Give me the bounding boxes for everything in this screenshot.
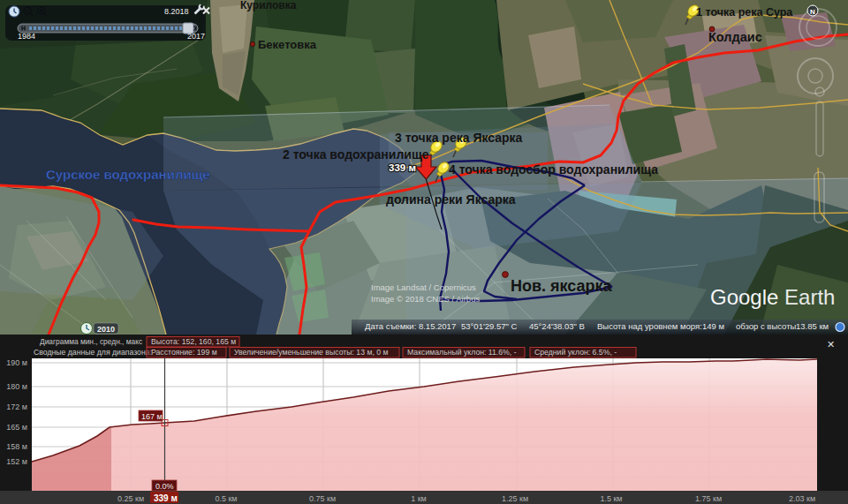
svg-text:3 точка река Яксарка: 3 точка река Яксарка bbox=[395, 131, 523, 145]
svg-text:Сурское водохранилище: Сурское водохранилище bbox=[46, 167, 210, 182]
svg-text:8.2018: 8.2018 bbox=[164, 7, 189, 16]
svg-text:1 км: 1 км bbox=[411, 494, 427, 503]
svg-text:0.25 км: 0.25 км bbox=[117, 494, 144, 503]
svg-text:Google Earth: Google Earth bbox=[710, 285, 835, 309]
svg-text:Image Landsat / Copernicus: Image Landsat / Copernicus bbox=[371, 282, 476, 292]
svg-text:0.5 км: 0.5 км bbox=[215, 494, 237, 503]
svg-text:1984: 1984 bbox=[18, 32, 35, 41]
svg-text:172 м: 172 м bbox=[6, 402, 27, 411]
svg-text:2.03 км: 2.03 км bbox=[789, 494, 815, 503]
svg-text:Колдаис: Колдаис bbox=[708, 30, 762, 44]
svg-text:Высота: 152, 160, 165 м: Высота: 152, 160, 165 м bbox=[151, 337, 236, 346]
svg-text:2017: 2017 bbox=[187, 32, 205, 41]
svg-text:4 точка водосбор водохранилища: 4 точка водосбор водохранилища bbox=[449, 162, 658, 177]
svg-text:13.85 км: 13.85 км bbox=[796, 321, 829, 331]
svg-text:149 м: 149 м bbox=[702, 321, 724, 331]
svg-text:Диаграмма мин., средн., макс: Диаграмма мин., средн., макс bbox=[40, 337, 142, 346]
svg-text:Увеличение/уменьшение высоты:: Увеличение/уменьшение высоты: 13 м, 0 м bbox=[234, 348, 388, 357]
svg-text:Куриловка: Куриловка bbox=[240, 0, 297, 11]
svg-text:Бекетовка: Бекетовка bbox=[258, 38, 317, 51]
svg-text:165 м: 165 м bbox=[6, 423, 27, 432]
svg-text:190 м: 190 м bbox=[6, 358, 27, 367]
svg-text:долина реки Яксарка: долина реки Яксарка bbox=[386, 192, 516, 207]
svg-text:✕: ✕ bbox=[827, 339, 835, 350]
svg-text:Сводные данные для диапазона:: Сводные данные для диапазона: bbox=[34, 348, 152, 357]
svg-text:158 м: 158 м bbox=[6, 442, 27, 451]
svg-text:2 точка водохранилище: 2 точка водохранилище bbox=[283, 147, 429, 162]
svg-text:Средний уклон: 6.5%, -: Средний уклон: 6.5%, - bbox=[534, 348, 617, 357]
svg-text:Нов. яксарка: Нов. яксарка bbox=[511, 277, 613, 295]
svg-text:Высота над уровнем моря:: Высота над уровнем моря: bbox=[597, 321, 702, 331]
svg-text:2010: 2010 bbox=[97, 325, 115, 334]
svg-text:Image © 2018 CNES / Airbus: Image © 2018 CNES / Airbus bbox=[371, 294, 480, 304]
svg-text:53°01'29.57" С: 53°01'29.57" С bbox=[461, 321, 518, 331]
svg-text:0.0%: 0.0% bbox=[155, 482, 174, 491]
svg-text:N: N bbox=[810, 8, 815, 16]
svg-text:339 м: 339 м bbox=[154, 493, 178, 503]
svg-text:1.75 км: 1.75 км bbox=[695, 494, 722, 503]
svg-text:1 точка река Сура: 1 точка река Сура bbox=[696, 6, 793, 19]
svg-text:339 м: 339 м bbox=[389, 162, 416, 173]
svg-text:152 м: 152 м bbox=[6, 457, 27, 466]
svg-text:0.75 км: 0.75 км bbox=[309, 494, 336, 503]
svg-text:45°24'38.03" В: 45°24'38.03" В bbox=[529, 321, 585, 331]
svg-text:обзор с высоты: обзор с высоты bbox=[736, 321, 797, 331]
svg-text:Расстояние: 199 м: Расстояние: 199 м bbox=[151, 348, 217, 357]
svg-text:Дата съемки: 8.15.2017: Дата съемки: 8.15.2017 bbox=[365, 321, 456, 331]
svg-text:167 м: 167 м bbox=[141, 412, 163, 421]
svg-text:1.25 км: 1.25 км bbox=[502, 494, 528, 503]
svg-text:Максимальный уклон: 11.6%, -: Максимальный уклон: 11.6%, - bbox=[407, 348, 517, 357]
svg-text:180 м: 180 м bbox=[6, 382, 27, 391]
svg-text:1.5 км: 1.5 км bbox=[600, 494, 622, 503]
